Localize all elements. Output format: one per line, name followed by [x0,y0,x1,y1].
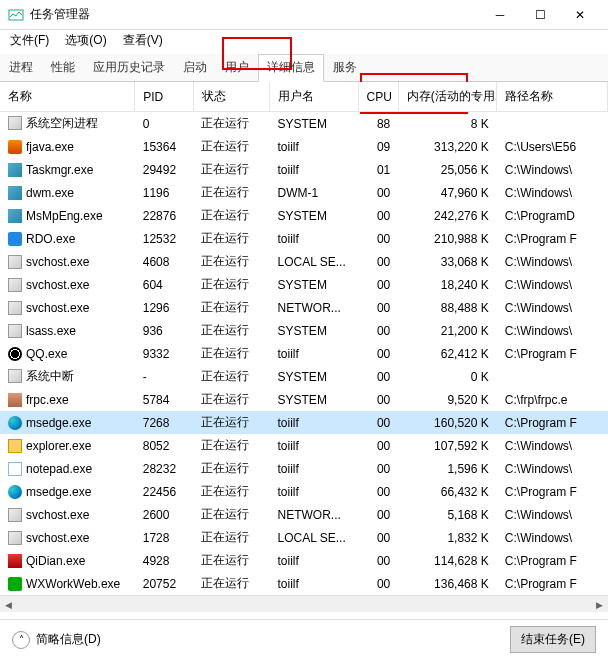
col-pid[interactable]: PID [135,82,193,112]
fewer-details-label: 简略信息(D) [36,631,101,648]
table-row[interactable]: MsMpEng.exe22876正在运行SYSTEM00242,276 KC:\… [0,204,608,227]
minimize-button[interactable]: ─ [480,0,520,30]
table-row[interactable]: svchost.exe2600正在运行NETWOR...005,168 KC:\… [0,503,608,526]
tab-4[interactable]: 用户 [216,54,258,81]
menu-options[interactable]: 选项(O) [59,30,112,51]
process-icon [8,209,22,223]
tab-2[interactable]: 应用历史记录 [84,54,174,81]
tab-3[interactable]: 启动 [174,54,216,81]
col-user[interactable]: 用户名 [270,82,359,112]
process-icon [8,255,22,269]
table-row[interactable]: svchost.exe1296正在运行NETWOR...0088,488 KC:… [0,296,608,319]
table-row[interactable]: svchost.exe4608正在运行LOCAL SE...0033,068 K… [0,250,608,273]
table-row[interactable]: 系统中断-正在运行SYSTEM000 K [0,365,608,388]
end-task-button[interactable]: 结束任务(E) [510,626,596,653]
process-icon [8,163,22,177]
table-row[interactable]: frpc.exe5784正在运行SYSTEM009,520 KC:\frp\fr… [0,388,608,411]
tab-bar: 进程性能应用历史记录启动用户详细信息服务 [0,54,608,82]
close-button[interactable]: ✕ [560,0,600,30]
process-icon [8,116,22,130]
process-icon [8,232,22,246]
tab-1[interactable]: 性能 [42,54,84,81]
title-bar: 任务管理器 ─ ☐ ✕ [0,0,608,30]
menu-view[interactable]: 查看(V) [117,30,169,51]
horizontal-scrollbar[interactable]: ◀ ▶ [0,595,608,612]
table-row[interactable]: msedge.exe7268正在运行toiilf00160,520 KC:\Pr… [0,411,608,434]
app-icon [8,7,24,23]
process-icon [8,531,22,545]
process-icon [8,462,22,476]
table-row[interactable]: Taskmgr.exe29492正在运行toiilf0125,056 KC:\W… [0,158,608,181]
process-icon [8,485,22,499]
table-row[interactable]: WXWorkWeb.exe20752正在运行toiilf00136,468 KC… [0,572,608,595]
process-icon [8,439,22,453]
process-icon [8,301,22,315]
process-icon [8,186,22,200]
process-icon [8,416,22,430]
fewer-details-toggle[interactable]: ˄ 简略信息(D) [12,631,101,649]
table-row[interactable]: QiDian.exe4928正在运行toiilf00114,628 KC:\Pr… [0,549,608,572]
tab-5[interactable]: 详细信息 [258,54,324,82]
table-row[interactable]: notepad.exe28232正在运行toiilf001,596 KC:\Wi… [0,457,608,480]
process-icon [8,369,22,383]
table-header-row: 名称 PID 状态 用户名 CPU 内存(活动的专用... 路径名称 [0,82,608,112]
tab-6[interactable]: 服务 [324,54,366,81]
col-mem[interactable]: 内存(活动的专用... [398,82,497,112]
process-icon [8,347,22,361]
table-row[interactable]: explorer.exe8052正在运行toiilf00107,592 KC:\… [0,434,608,457]
process-icon [8,508,22,522]
table-row[interactable]: fjava.exe15364正在运行toiilf09313,220 KC:\Us… [0,135,608,158]
table-row[interactable]: dwm.exe1196正在运行DWM-10047,960 KC:\Windows… [0,181,608,204]
process-icon [8,324,22,338]
process-table-container: 名称 PID 状态 用户名 CPU 内存(活动的专用... 路径名称 系统空闲进… [0,82,608,612]
table-row[interactable]: QQ.exe9332正在运行toiilf0062,412 KC:\Program… [0,342,608,365]
col-name[interactable]: 名称 [0,82,135,112]
table-row[interactable]: svchost.exe1728正在运行LOCAL SE...001,832 KC… [0,526,608,549]
menu-bar: 文件(F) 选项(O) 查看(V) [0,30,608,50]
table-row[interactable]: RDO.exe12532正在运行toiilf00210,988 KC:\Prog… [0,227,608,250]
process-icon [8,393,22,407]
chevron-up-icon: ˄ [12,631,30,649]
tab-0[interactable]: 进程 [0,54,42,81]
col-path[interactable]: 路径名称 [497,82,608,112]
svg-rect-0 [9,10,23,20]
maximize-button[interactable]: ☐ [520,0,560,30]
footer-bar: ˄ 简略信息(D) 结束任务(E) [0,619,608,659]
process-icon [8,140,22,154]
process-icon [8,554,22,568]
table-row[interactable]: lsass.exe936正在运行SYSTEM0021,200 KC:\Windo… [0,319,608,342]
process-table: 名称 PID 状态 用户名 CPU 内存(活动的专用... 路径名称 系统空闲进… [0,82,608,612]
window-title: 任务管理器 [30,6,480,23]
scroll-left-button[interactable]: ◀ [0,596,17,612]
process-icon [8,577,22,591]
col-status[interactable]: 状态 [193,82,269,112]
table-row[interactable]: svchost.exe604正在运行SYSTEM0018,240 KC:\Win… [0,273,608,296]
table-row[interactable]: msedge.exe22456正在运行toiilf0066,432 KC:\Pr… [0,480,608,503]
scroll-right-button[interactable]: ▶ [591,596,608,612]
menu-file[interactable]: 文件(F) [4,30,55,51]
table-row[interactable]: 系统空闲进程0正在运行SYSTEM888 K [0,112,608,136]
process-icon [8,278,22,292]
col-cpu[interactable]: CPU [358,82,398,112]
